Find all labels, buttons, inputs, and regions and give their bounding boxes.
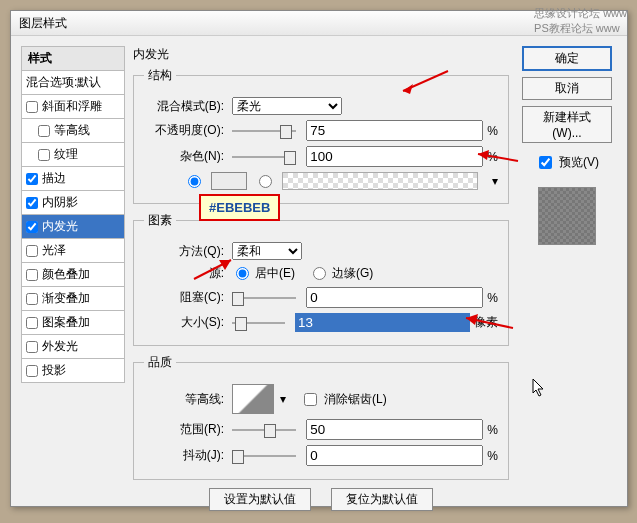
style-check-color-overlay[interactable] [26,269,38,281]
right-panel: 确定 取消 新建样式(W)... 预览(V) [517,46,617,511]
style-check-pattern-overlay[interactable] [26,317,38,329]
quality-group: 品质 等高线: ▾ 消除锯齿(L) 范围(R): % [133,354,509,480]
color-annotation: #EBEBEB [199,194,280,221]
opacity-input[interactable] [306,120,483,141]
styles-header: 样式 [21,46,125,71]
contour-picker[interactable] [232,384,274,414]
ok-button[interactable]: 确定 [522,46,612,71]
structure-legend: 结构 [144,67,176,84]
source-edge-radio[interactable] [313,267,326,280]
technique-select[interactable]: 柔和 [232,242,302,260]
style-item-stroke[interactable]: 描边 [21,167,125,191]
range-slider[interactable] [232,422,296,438]
style-check-contour[interactable] [38,125,50,137]
styles-list: 样式 混合选项:默认 斜面和浮雕 等高线 纹理 描边 内阴影 [21,46,125,511]
noise-label: 杂色(N): [144,148,224,165]
size-label: 大小(S): [144,314,224,331]
technique-label: 方法(Q): [144,243,224,260]
style-item-drop-shadow[interactable]: 投影 [21,359,125,383]
style-check-drop-shadow[interactable] [26,365,38,377]
preview-check[interactable] [539,156,552,169]
gradient-swatch[interactable] [282,172,478,190]
cursor-icon [532,378,546,402]
jitter-slider[interactable] [232,448,296,464]
cancel-button[interactable]: 取消 [522,77,612,100]
style-check-inner-shadow[interactable] [26,197,38,209]
style-item-texture[interactable]: 纹理 [21,143,125,167]
noise-input[interactable] [306,146,483,167]
style-item-inner-shadow[interactable]: 内阴影 [21,191,125,215]
style-item-bevel[interactable]: 斜面和浮雕 [21,95,125,119]
style-item-inner-glow[interactable]: 内发光 [21,215,125,239]
style-item-outer-glow[interactable]: 外发光 [21,335,125,359]
style-check-texture[interactable] [38,149,50,161]
choke-input[interactable] [306,287,483,308]
style-check-gradient-overlay[interactable] [26,293,38,305]
jitter-label: 抖动(J): [144,447,224,464]
new-style-button[interactable]: 新建样式(W)... [522,106,612,143]
style-item-contour[interactable]: 等高线 [21,119,125,143]
opacity-label: 不透明度(O): [144,122,224,139]
chevron-down-icon[interactable]: ▾ [492,174,498,188]
color-swatch[interactable] [211,172,247,190]
range-label: 范围(R): [144,421,224,438]
size-slider[interactable] [232,315,285,331]
structure-group: 结构 混合模式(B): 柔光 不透明度(O): % 杂色(N): [133,67,509,204]
style-check-stroke[interactable] [26,173,38,185]
style-item-pattern-overlay[interactable]: 图案叠加 [21,311,125,335]
gradient-radio[interactable] [259,175,272,188]
source-center-radio[interactable] [236,267,249,280]
settings-panel: 内发光 结构 混合模式(B): 柔光 不透明度(O): % [133,46,509,511]
contour-label: 等高线: [144,391,224,408]
layer-style-dialog: 图层样式 样式 混合选项:默认 斜面和浮雕 等高线 纹理 描边 [10,10,628,507]
style-check-satin[interactable] [26,245,38,257]
reset-default-button[interactable]: 复位为默认值 [331,488,433,511]
chevron-down-icon[interactable]: ▾ [280,392,286,406]
style-item-gradient-overlay[interactable]: 渐变叠加 [21,287,125,311]
elements-legend: 图素 [144,212,176,229]
blend-mode-label: 混合模式(B): [144,98,224,115]
choke-slider[interactable] [232,290,296,306]
style-item-satin[interactable]: 光泽 [21,239,125,263]
quality-legend: 品质 [144,354,176,371]
style-check-outer-glow[interactable] [26,341,38,353]
source-label: 源: [144,265,224,282]
style-item-blend-options[interactable]: 混合选项:默认 [21,71,125,95]
range-input[interactable] [306,419,483,440]
opacity-slider[interactable] [232,123,296,139]
jitter-input[interactable] [306,445,483,466]
watermark-text: 思缘设计论坛 www PS教程论坛 www [534,6,627,36]
choke-label: 阻塞(C): [144,289,224,306]
dialog-title: 图层样式 [19,16,67,30]
style-check-inner-glow[interactable] [26,221,38,233]
color-radio[interactable] [188,175,201,188]
style-item-color-overlay[interactable]: 颜色叠加 [21,263,125,287]
blend-mode-select[interactable]: 柔光 [232,97,342,115]
preview-swatch [538,187,596,245]
panel-title: 内发光 [133,46,509,63]
elements-group: 图素 方法(Q): 柔和 源: 居中(E) 边缘(G) 阻塞(C): [133,212,509,346]
style-check-bevel[interactable] [26,101,38,113]
make-default-button[interactable]: 设置为默认值 [209,488,311,511]
size-input[interactable] [295,313,470,332]
anti-alias-check[interactable] [304,393,317,406]
noise-slider[interactable] [232,149,296,165]
